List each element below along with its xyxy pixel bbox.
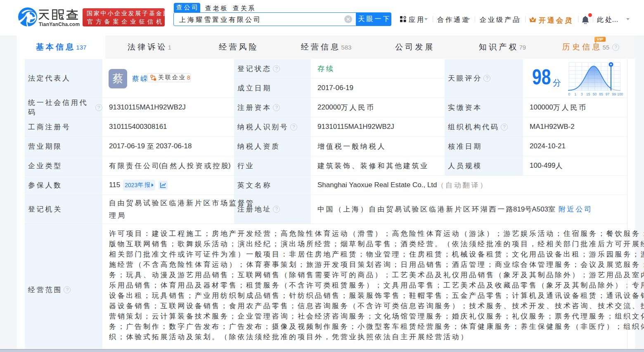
svg-text:15: 15 <box>586 92 590 96</box>
svg-text:50: 50 <box>593 92 597 96</box>
svg-text:99: 99 <box>612 92 616 96</box>
svg-text:100: 100 <box>617 92 623 96</box>
svg-text:1: 1 <box>574 92 576 96</box>
svg-text:0: 0 <box>568 92 570 96</box>
svg-text:85: 85 <box>599 92 603 96</box>
svg-text:97: 97 <box>606 92 610 96</box>
svg-text:3: 3 <box>581 92 583 96</box>
